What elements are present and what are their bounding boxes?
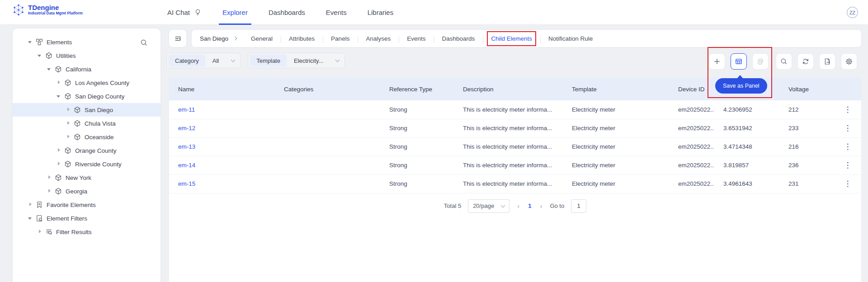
caret-right-icon[interactable] [66,135,71,139]
nav-item-libraries[interactable]: Libraries [368,0,394,25]
tree-item-elements[interactable]: Elements [13,35,160,49]
nav-item-label: Explorer [222,9,248,16]
table-row: em-13 Strong This is electricity meter i… [169,137,861,156]
cell-template: Electricity meter [563,119,669,137]
cell-voltage: 212 [779,100,834,119]
nav-item-ai-chat[interactable]: AI Chat [167,0,202,25]
tree-item-label: Los Angeles County [75,80,129,86]
tree-item-label: Elements [47,39,72,46]
cell-value: 3.4714348 [714,137,779,156]
tab-notification-rule[interactable]: Notification Rule [540,35,601,42]
template-filter-label: Template [250,55,287,66]
element-link[interactable]: em-12 [178,125,195,132]
caret-down-icon[interactable] [28,40,33,44]
caret-down-icon[interactable] [38,53,42,58]
caret-right-icon[interactable] [38,230,42,234]
refresh-button[interactable] [797,53,814,70]
caret-right-icon[interactable] [66,108,71,112]
page-size-dropdown[interactable]: 20/page [468,199,509,213]
tab-general[interactable]: General [243,35,281,42]
row-actions-icon[interactable]: ⋮ [843,105,852,114]
caret-right-icon[interactable] [57,162,61,166]
nav-item-explorer[interactable]: Explorer [222,0,248,25]
template-filter-value: Electricity... [294,57,324,64]
breadcrumb[interactable]: San Diego [200,35,228,42]
caret-right-icon[interactable] [66,121,71,126]
tree-item-favorite-elements[interactable]: Favorite Elements [13,198,160,212]
row-actions-icon[interactable]: ⋮ [843,123,852,133]
export-button[interactable] [819,53,835,70]
template-filter-dropdown[interactable]: Template Electricity... [248,53,345,68]
cube-icon [55,188,62,195]
caret-right-icon[interactable] [28,202,33,207]
cell-template: Electricity meter [563,137,669,156]
tree-item-oceanside[interactable]: Oceanside [13,130,160,144]
element-link[interactable]: em-14 [178,162,195,169]
tree-item-orange-county[interactable]: Orange County [13,144,160,157]
tab-events[interactable]: Events [399,35,434,42]
tree-item-filter-results[interactable]: Filter Results [13,225,160,239]
cell-template: Electricity meter [563,174,669,193]
table-row: em-15 Strong This is electricity meter i… [169,174,861,193]
category-filter-dropdown[interactable]: Category All [166,53,241,68]
save-as-panel-button[interactable] [731,53,747,70]
cube-icon [64,93,71,100]
next-page-button[interactable]: › [539,202,543,210]
table-settings-button[interactable] [841,53,857,70]
tree-item-los-angeles-county[interactable]: Los Angeles County [13,76,160,89]
tab-dashboards[interactable]: Dashboards [434,35,483,42]
table-search-button[interactable] [776,53,792,70]
current-page[interactable]: 1 [527,202,532,209]
sidebar-search-icon[interactable] [140,39,148,47]
tree-item-label: San Diego County [75,93,125,100]
tab-attributes[interactable]: Attributes [281,35,323,42]
tree-item-element-filters[interactable]: Element Filters [13,212,160,225]
goto-page-input[interactable] [571,199,586,213]
col-header-actions [834,78,861,100]
row-actions-icon[interactable]: ⋮ [843,142,852,151]
nav-item-dashboards[interactable]: Dashboards [269,0,305,25]
caret-right-icon[interactable] [57,148,61,153]
element-link[interactable]: em-13 [178,143,195,150]
element-link[interactable]: em-11 [178,106,195,113]
user-avatar[interactable]: ZZ [847,7,858,18]
element-link[interactable]: em-15 [178,180,195,187]
caret-down-icon[interactable] [57,94,61,99]
cell-template: Electricity meter [563,156,669,174]
elements-tree: Elements Utilities California Los Angele… [13,28,160,239]
tree-item-new-york[interactable]: New York [13,171,160,184]
row-actions-icon[interactable]: ⋮ [843,179,852,188]
cube-icon [74,133,81,141]
tree-item-georgia[interactable]: Georgia [13,184,160,198]
tree-item-san-diego[interactable]: San Diego [13,103,160,117]
prev-page-button[interactable]: ‹ [516,202,520,210]
cell-reference-type: Strong [380,100,454,119]
brand-name: TDengine [28,4,83,11]
tree-item-san-diego-county[interactable]: San Diego County [13,89,160,103]
add-child-element-button[interactable] [709,53,725,70]
goto-label: Go to [550,202,564,209]
caret-right-icon[interactable] [57,80,61,85]
cube-icon [64,147,71,154]
cell-reference-type: Strong [380,119,454,137]
copy-add-button [752,53,769,70]
tab-panels[interactable]: Panels [323,35,358,42]
tree-item-riverside-county[interactable]: Riverside County [13,157,160,171]
col-header-description: Description [454,78,563,100]
nav-item-events[interactable]: Events [326,0,347,25]
tree-item-label: California [66,66,91,73]
caret-down-icon[interactable] [28,216,33,221]
tree-item-label: San Diego [85,107,113,113]
tree-item-utilities[interactable]: Utilities [13,49,160,62]
brand-logo[interactable]: TDengine Industrial Data Mgmt Platform [13,4,83,16]
caret-right-icon[interactable] [47,189,52,193]
tab-child-elements[interactable]: Child Elements [483,35,540,42]
tree-item-chula-vista[interactable]: Chula Vista [13,117,160,130]
row-actions-icon[interactable]: ⋮ [843,160,852,170]
tree-item-california[interactable]: California [13,62,160,76]
collapse-sidebar-button[interactable] [169,30,186,47]
caret-down-icon[interactable] [47,67,52,71]
caret-right-icon[interactable] [47,175,52,180]
copy-plus-icon [757,58,764,65]
tab-analyses[interactable]: Analyses [358,35,399,42]
